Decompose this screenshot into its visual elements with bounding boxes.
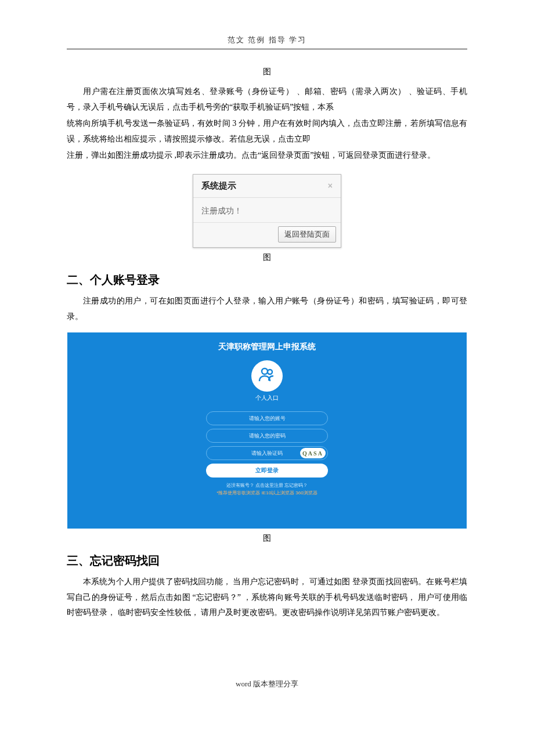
paragraph-2a: 统将向所填手机号发送一条验证码，有效时间 3 分钟，用户在有效时间内填入，点击立…	[67, 116, 467, 147]
return-login-button[interactable]: 返回登陆页面	[278, 226, 336, 243]
close-icon[interactable]: ×	[328, 181, 333, 190]
captcha-image[interactable]: QASA	[300, 448, 326, 458]
captcha-placeholder: 请输入验证码	[251, 450, 283, 457]
paragraph-4: 本系统为个人用户提供了密码找回功能， 当用户忘记密码时， 可通过如图 登录页面找…	[67, 574, 467, 621]
paragraph-2b: 注册，弹出如图注册成功提示 ,即表示注册成功。点击“返回登录页面”按钮，可返回登…	[67, 148, 467, 164]
avatar-circle	[251, 360, 283, 392]
login-system-title: 天津职称管理网上申报系统	[67, 332, 467, 352]
figure-caption-2: 图	[67, 252, 467, 263]
modal-footer: 返回登陆页面	[193, 223, 341, 247]
modal-header-row: 系统提示 ×	[193, 175, 341, 198]
people-icon	[258, 367, 276, 386]
login-submit-button[interactable]: 立即登录	[206, 464, 328, 478]
captcha-input[interactable]: 请输入验证码 QASA	[206, 446, 328, 460]
account-placeholder: 请输入您的账号	[249, 415, 286, 422]
page-header: 范文 范例 指导 学习	[67, 35, 467, 49]
login-aux-links[interactable]: 还没有账号？ 点击这里注册 忘记密码？	[67, 482, 467, 489]
page-footer: word 版本整理分享	[67, 679, 467, 689]
password-input[interactable]: 请输入您的密码	[206, 429, 328, 443]
success-modal-figure: 系统提示 × 注册成功！ 返回登陆页面	[193, 174, 341, 248]
personal-entry-label: 个人入口	[67, 394, 467, 402]
modal-title-text: 系统提示	[201, 180, 236, 191]
section-3-heading: 三、忘记密码找回	[67, 553, 467, 569]
figure-caption-3: 图	[67, 533, 467, 544]
login-screenshot-figure: 天津职称管理网上申报系统 个人入口 请输入您的账号 请输入您的密码 请输	[67, 332, 467, 529]
paragraph-1: 用户需在注册页面依次填写姓名、登录账号（身份证号） 、邮箱、密码（需录入两次） …	[67, 84, 467, 115]
header-rule	[67, 49, 467, 49]
paragraph-3: 注册成功的用户，可在如图页面进行个人登录，输入用户账号（身份证号）和密码，填写验…	[67, 294, 467, 324]
account-input[interactable]: 请输入您的账号	[206, 411, 328, 425]
svg-point-0	[262, 368, 268, 374]
figure-caption-1: 图	[67, 67, 467, 77]
browser-recommend-text: *推荐使用谷歌浏览器 IE10以上浏览器 360浏览器	[67, 490, 467, 496]
section-2-heading: 二、个人账号登录	[67, 272, 467, 288]
password-placeholder: 请输入您的密码	[249, 432, 286, 440]
modal-body-text: 注册成功！	[193, 198, 341, 223]
svg-point-1	[268, 370, 272, 374]
